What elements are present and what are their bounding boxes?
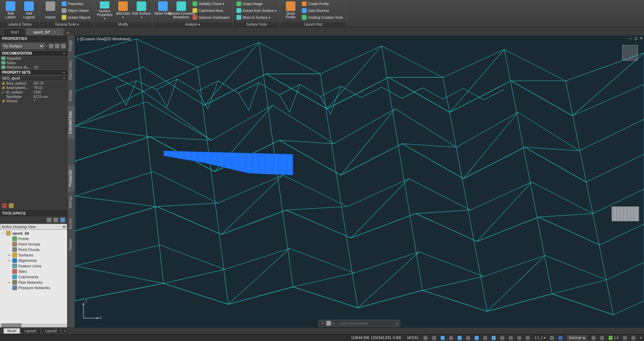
tree-item[interactable]: Point Groups [0, 241, 67, 247]
cleanscreen-icon[interactable] [629, 335, 638, 341]
edit-surface[interactable]: Edit Surface ▾ [133, 1, 150, 20]
tree-item[interactable]: +Alignments [0, 258, 67, 263]
object-type-select[interactable]: Tin Surface [1, 43, 45, 49]
object-viewer[interactable]: Object Viewer [60, 8, 92, 14]
vtab-object-class[interactable]: Object Class [67, 56, 75, 85]
inquiry[interactable]: Inquiry [42, 1, 59, 20]
close-icon[interactable]: × [54, 30, 56, 34]
tree-item[interactable]: +Pipe Networks [0, 280, 67, 285]
prop-value[interactable]: ?/0.01 [33, 86, 65, 90]
prop-value[interactable]: (0) [34, 65, 65, 69]
command-bar[interactable]: ✕ ▸_ ▴ [319, 320, 400, 327]
viewport[interactable]: [−][Custom View][2D Wireframe] — ◻ ✕ [75, 35, 644, 327]
osnap-icon[interactable] [455, 335, 464, 341]
surface-properties[interactable]: Surface Properties▾ [96, 1, 113, 20]
prop-value[interactable]: ? [33, 99, 65, 103]
prop-row[interactable]: Reference do...(0) [0, 65, 67, 70]
resolve-crossing[interactable]: Resolve Crossing Breaklines [173, 1, 190, 20]
close-icon[interactable]: ✕ [321, 321, 324, 326]
add-data[interactable]: Add Data ▾ [114, 1, 132, 20]
ts-icon[interactable] [53, 218, 58, 222]
dyn-icon[interactable] [489, 335, 498, 341]
prop-row[interactable]: Notes [0, 61, 67, 65]
vtab-prospector[interactable]: Prospector [67, 165, 75, 191]
ducs-icon[interactable] [481, 335, 489, 341]
command-input[interactable] [339, 321, 394, 325]
prop-section-header[interactable]: PROPERTY SETS− [0, 70, 67, 75]
quickprops-icon[interactable] [589, 335, 598, 341]
view-cube[interactable] [622, 45, 638, 61]
move-surface[interactable]: Move to Surface ▾ [235, 14, 278, 20]
quick-select-icon[interactable] [49, 44, 53, 48]
vtab-survey[interactable]: Survey [67, 214, 75, 234]
tree-hscroll[interactable] [0, 323, 67, 327]
drape-image[interactable]: Drape Image [235, 1, 278, 7]
polar-icon[interactable] [447, 335, 455, 341]
add-labels[interactable]: Add Labels [2, 1, 19, 20]
viewport-label[interactable]: [−][Custom View][2D Wireframe] [77, 37, 131, 41]
tree-twisty[interactable]: + [7, 253, 11, 257]
3dosnap-icon[interactable] [464, 335, 472, 341]
vtab-settings[interactable]: Settings [67, 191, 75, 213]
quick-profile[interactable]: Quick Profile [282, 1, 299, 20]
prop-row[interactable]: 🏷ID_surface1556 [0, 90, 67, 94]
tree-item[interactable]: Sites [0, 269, 67, 274]
recent-commands-icon[interactable] [326, 321, 331, 326]
transparency-icon[interactable] [506, 335, 515, 341]
prop-row[interactable]: SpunttypeAZ15-xxx [0, 94, 67, 99]
lock-ui-icon[interactable] [598, 335, 606, 341]
prop-section-header[interactable]: DOCUMENTATION− [0, 50, 67, 56]
ucs-axis-icon[interactable]: Z X [78, 299, 102, 324]
model-space-button[interactable]: MODEL [405, 335, 421, 341]
prop-row[interactable]: ⚡Area_surface462.34 [0, 81, 67, 86]
catchment-area[interactable]: Catchment Area [191, 8, 231, 14]
add-legend[interactable]: Add Legend [20, 1, 37, 20]
chevron-up-icon[interactable]: ▴ [396, 321, 398, 326]
tree-item[interactable]: −spunt_3d [0, 231, 67, 236]
workspace-icon[interactable] [556, 335, 565, 341]
prop-footer-icon[interactable] [2, 203, 7, 208]
ortho-icon[interactable] [438, 335, 447, 341]
hardware-accel-icon[interactable]: 1.4 [606, 335, 620, 341]
close-icon[interactable]: ✕ [640, 36, 643, 41]
otrack-icon[interactable] [472, 335, 481, 341]
tree-item[interactable]: Points [0, 236, 67, 241]
grading-tools[interactable]: Grading Creation Tools [301, 14, 344, 20]
doctab-spunt3d[interactable]: spunt_3d* × [26, 28, 63, 35]
prop-value[interactable] [34, 57, 65, 60]
toggle-pim-icon[interactable] [61, 44, 66, 48]
prop-value[interactable]: AZ15-xxx [33, 95, 65, 99]
help-icon[interactable] [60, 218, 65, 222]
new-tab-button[interactable]: + [64, 30, 72, 35]
tree-item[interactable]: Pressure Networks [0, 285, 67, 291]
toolspace-tree[interactable]: −spunt_3dPointsPoint GroupsPoint Clouds+… [0, 230, 67, 324]
create-profile[interactable]: Create Profile [301, 1, 344, 7]
prop-row[interactable]: ⚡Volume? [0, 99, 67, 103]
properties[interactable]: Properties [60, 1, 92, 7]
tree-item[interactable]: Feature Lines [0, 263, 67, 269]
grid-icon[interactable] [421, 335, 430, 341]
prop-value[interactable] [34, 61, 65, 65]
tree-twisty[interactable]: − [1, 231, 5, 235]
prop-subsection[interactable]: GEO_spunt− [0, 75, 67, 81]
data-shortcut[interactable]: Data Shortcut [301, 8, 344, 14]
pick-object-icon[interactable] [55, 44, 60, 48]
vtab-extended-data[interactable]: Extended Data [67, 106, 75, 139]
visibility-check[interactable]: Visibility Check ▾ [191, 1, 231, 7]
tree-item[interactable]: +Surfaces [0, 252, 67, 258]
tree-item[interactable]: Catchments [0, 274, 67, 280]
tree-item[interactable]: Point Clouds [0, 247, 67, 252]
vtab-toolbox[interactable]: Toolbox [67, 234, 75, 256]
prop-value[interactable]: 1556 [33, 90, 65, 94]
annoscale-icon[interactable] [548, 335, 556, 341]
gizmo-icon[interactable] [523, 335, 532, 341]
volumes-dashboard[interactable]: Volumes Dashboard [191, 14, 231, 20]
ts-icon[interactable] [47, 218, 51, 222]
extract-surface[interactable]: Extract from Surface ▾ [235, 8, 278, 14]
chevron-down-icon[interactable]: ▾ [46, 45, 47, 48]
doctab-start[interactable]: Start [3, 28, 26, 35]
tree-twisty[interactable]: + [7, 258, 11, 263]
add-layout-button[interactable]: + [61, 328, 68, 334]
prop-footer-icon[interactable] [9, 203, 14, 208]
layout-tab-model[interactable]: Model [3, 328, 20, 334]
